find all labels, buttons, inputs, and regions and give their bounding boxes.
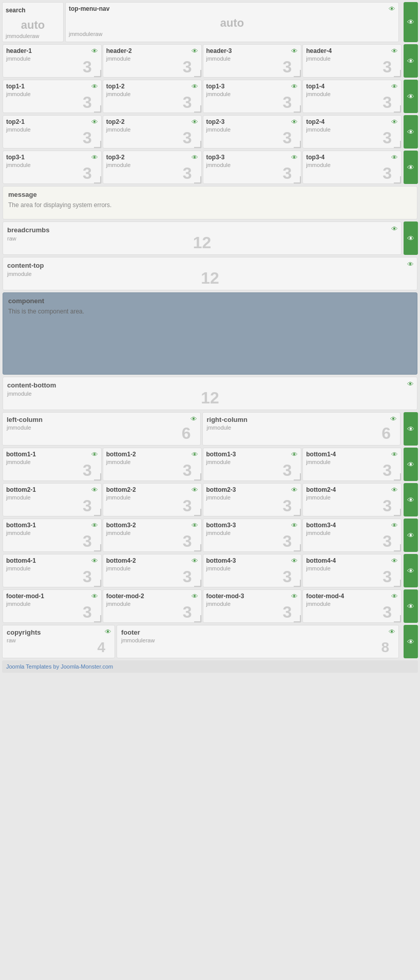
top3-1-position: top3-1 👁 jmmodule 3 [3,151,102,184]
bottom4-4-eye-icon: 👁 [391,557,398,565]
bottom3-1-eye-icon: 👁 [91,522,98,529]
footer-mod-1-position: footer-mod-1 👁 jmmodule 3 [3,589,102,623]
footer-mod-2-eye-icon: 👁 [192,593,198,600]
bottom1-1-label: bottom1-1 [6,451,36,458]
top3-1-eye-icon: 👁 [91,154,98,161]
bottom2-eye-button[interactable]: 👁 [404,483,418,516]
bottom4-4-number: 3 [383,568,392,585]
bottom3-2-position: bottom3-2 👁 jmmodule 3 [103,519,202,552]
top3-3-position: top3-3 👁 jmmodule 3 [203,151,302,184]
bottom2-1-label: bottom2-1 [6,486,36,493]
top2-row: top2-1 👁 jmmodule 3 top2-2 👁 jmmodule 3 … [2,115,418,149]
bottom2-2-number: 3 [183,497,192,514]
top2-2-corner [194,141,201,148]
header-2-eye-icon: 👁 [192,47,198,55]
top1-2-corner [194,105,201,113]
header-2-corner [194,70,201,77]
top3-row: top3-1 👁 jmmodule 3 top3-2 👁 jmmodule 3 … [2,151,418,184]
copyrights-label: copyrights [7,628,41,636]
footer-mod-2-corner [194,615,201,622]
top1-row: top1-1 👁 jmmodule 3 top1-2 👁 jmmodule 3 … [2,80,418,113]
header-4-corner [394,70,401,77]
top1-1-eye-icon: 👁 [91,83,98,90]
bottom2-3-position: bottom2-3 👁 jmmodule 3 [203,483,302,516]
bottom1-4-number: 3 [383,462,392,478]
bottom3-2-number: 3 [183,533,192,549]
header-4-position: header-4 👁 jmmodule 3 [302,44,402,78]
top1-1-label: top1-1 [6,83,25,90]
footer-mod-3-corner [294,615,301,622]
top1-1-corner [94,105,101,113]
header-2-label: header-2 [106,47,132,54]
right-column-position: right-column 👁 jmmodule 6 [202,412,401,446]
footer-mod-2-label: footer-mod-2 [106,593,144,600]
bottom3-4-label: bottom3-4 [306,522,336,529]
copyrights-eye-icon: 👁 [105,628,111,636]
right-column-eye-icon: 👁 [390,415,397,423]
joomla-credit-text: Joomla Templates by Joomla-Monster.com [6,663,113,670]
component-position: component This is the component area. [3,292,417,375]
copyright-footer-row: copyrights 👁 raw 4 footer 👁 jmmoduleraw … [2,625,418,658]
columns-eye-button[interactable]: 👁 [404,412,418,446]
bottom2-3-number: 3 [282,497,292,514]
footer-mod-eye-button[interactable]: 👁 [404,589,418,623]
eye-icon-bottom4: 👁 [407,567,414,575]
eye-icon-footer-mod: 👁 [407,602,414,611]
top3-2-position: top3-2 👁 jmmodule 3 [103,151,202,184]
bottom2-4-number: 3 [383,497,392,514]
footer-mod-3-number: 3 [282,604,292,620]
bottom2-3-eye-icon: 👁 [291,486,298,494]
content-bottom-eye-icon: 👁 [407,380,414,388]
bottom4-2-eye-icon: 👁 [192,557,198,565]
header-eye-button[interactable]: 👁 [404,44,418,78]
bottom3-2-eye-icon: 👁 [192,522,198,529]
bottom3-eye-button[interactable]: 👁 [404,519,418,552]
breadcrumbs-eye-button[interactable]: 👁 [404,221,418,255]
bottom1-2-corner [194,473,201,480]
copyrights-number: 4 [97,639,105,656]
header-4-label: header-4 [306,47,332,54]
search-auto: auto [6,19,60,32]
copyright-footer-eye-button[interactable]: 👁 [404,625,418,658]
eye-icon-header: 👁 [407,57,414,65]
content-bottom-position: content-bottom 👁 jmmodule 12 [3,377,417,410]
message-row: message The area for displaying system e… [2,186,418,219]
eye-icon-bottom3: 👁 [407,531,414,540]
bottom4-1-position: bottom4-1 👁 jmmodule 3 [3,554,102,587]
footer-number: 8 [381,639,389,656]
top3-4-label: top3-4 [306,154,324,161]
bottom4-3-eye-icon: 👁 [291,557,298,565]
top2-eye-button[interactable]: 👁 [404,115,418,149]
bottom3-1-corner [94,544,101,551]
header-3-eye-icon: 👁 [291,47,298,55]
top3-eye-button[interactable]: 👁 [404,151,418,184]
top1-eye-button[interactable]: 👁 [404,80,418,113]
eye-icon: 👁 [407,18,414,26]
topmenu-type: jmmoduleraw [69,31,395,37]
bottom3-4-eye-icon: 👁 [391,522,398,529]
content-top-row: content-top 👁 jmmodule 12 [2,257,418,290]
bottom1-eye-button[interactable]: 👁 [404,448,418,481]
bottom4-eye-button[interactable]: 👁 [404,554,418,587]
bottom3-2-corner [194,544,201,551]
bottom1-3-position: bottom1-3 👁 jmmodule 3 [203,448,302,481]
bottom1-2-label: bottom1-2 [106,451,136,458]
left-column-label: left-column [7,416,43,423]
top1-3-position: top1-3 👁 jmmodule 3 [203,80,302,113]
top3-1-number: 3 [83,165,92,181]
topmenu-label: top-menu-nav [69,5,109,12]
left-column-number: 6 [182,424,191,443]
footer-mod-1-eye-icon: 👁 [91,593,98,600]
bottom2-4-eye-icon: 👁 [391,486,398,494]
bottom3-3-eye-icon: 👁 [291,522,298,529]
top3-2-label: top3-2 [106,154,125,161]
bottom2-2-position: bottom2-2 👁 jmmodule 3 [103,483,202,516]
top2-1-position: top2-1 👁 jmmodule 3 [3,115,102,149]
top3-1-label: top3-1 [6,154,25,161]
bottom1-2-number: 3 [183,462,192,478]
search-topmenu-eye-button[interactable]: 👁 [404,2,418,42]
top1-2-number: 3 [183,94,192,110]
content-top-eye-icon: 👁 [407,261,414,268]
bottom4-2-position: bottom4-2 👁 jmmodule 3 [103,554,202,587]
component-label: component [8,297,412,305]
